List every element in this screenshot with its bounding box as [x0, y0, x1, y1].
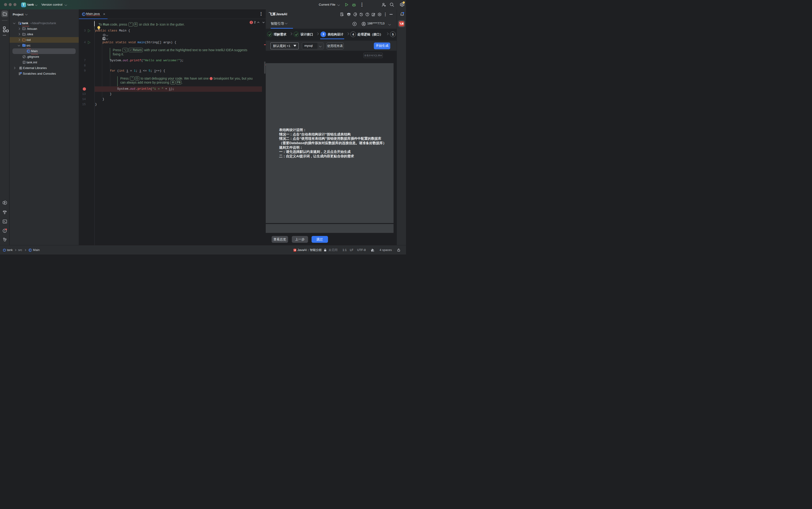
svg-text:MCP: MCP: [348, 14, 350, 15]
